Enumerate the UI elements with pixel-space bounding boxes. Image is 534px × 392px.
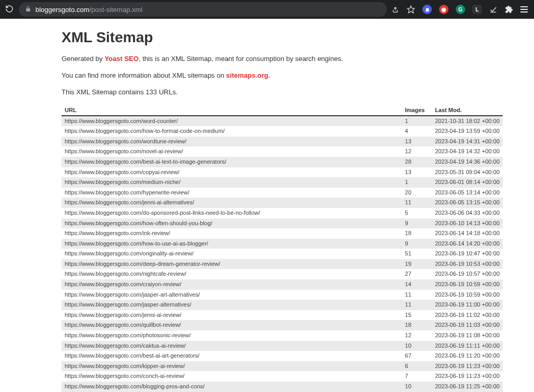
- sitemap-url-link[interactable]: https://www.bloggersgoto.com/jenni-ai-al…: [65, 199, 194, 205]
- sitemap-url-link[interactable]: https://www.bloggersgoto.com/caktus-ai-r…: [65, 342, 186, 349]
- sitemap-url-link[interactable]: https://www.bloggersgoto.com/copyai-revi…: [65, 169, 179, 175]
- sitemap-url-link[interactable]: https://www.bloggersgoto.com/how-often-s…: [65, 220, 212, 226]
- extension-bell-icon[interactable]: [422, 5, 432, 14]
- sitemap-url-link[interactable]: https://www.bloggersgoto.com/hyperwrite-…: [65, 189, 189, 195]
- cell-url: https://www.bloggersgoto.com/conch-ai-re…: [62, 371, 402, 382]
- cell-lastmod: 2023-06-19 11:08 +00:00: [432, 330, 503, 341]
- url-path: /post-sitemap.xml: [89, 6, 142, 14]
- sitemap-url-link[interactable]: https://www.bloggersgoto.com/do-sponsore…: [65, 210, 260, 216]
- cell-images: 51: [402, 249, 432, 259]
- sitemap-url-link[interactable]: https://www.bloggersgoto.com/nightcafe-r…: [65, 271, 186, 277]
- sitemap-url-link[interactable]: https://www.bloggersgoto.com/jasper-alte…: [65, 301, 191, 308]
- cell-images: 18: [402, 320, 432, 330]
- star-icon[interactable]: [407, 5, 415, 14]
- cell-lastmod: 2023-06-05 13:15 +00:00: [432, 198, 503, 208]
- sitemap-url-link[interactable]: https://www.bloggersgoto.com/jasper-art-…: [65, 291, 200, 298]
- table-row: https://www.bloggersgoto.com/kipper-ai-r…: [62, 361, 503, 372]
- cell-images: 1: [402, 116, 432, 127]
- sitemap-url-link[interactable]: https://www.bloggersgoto.com/photosonic-…: [65, 332, 191, 338]
- table-row: https://www.bloggersgoto.com/ink-review/…: [62, 228, 503, 239]
- sitemap-url-link[interactable]: https://www.bloggersgoto.com/conch-ai-re…: [65, 373, 185, 379]
- col-lastmod: Last Mod.: [432, 105, 503, 116]
- cell-url: https://www.bloggersgoto.com/word-counte…: [62, 116, 402, 127]
- cell-url: https://www.bloggersgoto.com/ink-review/: [62, 228, 402, 239]
- cell-url: https://www.bloggersgoto.com/medium-nich…: [62, 177, 402, 188]
- table-row: https://www.bloggersgoto.com/medium-nich…: [62, 177, 503, 188]
- menu-icon[interactable]: [520, 6, 528, 13]
- cell-url: https://www.bloggersgoto.com/kipper-ai-r…: [62, 361, 402, 372]
- cell-url: https://www.bloggersgoto.com/blogging-pr…: [62, 382, 402, 392]
- cell-url: https://www.bloggersgoto.com/jasper-alte…: [62, 300, 402, 310]
- sitemap-url-link[interactable]: https://www.bloggersgoto.com/blogging-pr…: [65, 383, 204, 389]
- cell-images: 5: [402, 208, 432, 218]
- cell-lastmod: 2023-06-14 14:20 +00:00: [432, 239, 503, 249]
- extensions-puzzle-icon[interactable]: [505, 5, 513, 14]
- cell-images: 9: [402, 218, 432, 229]
- cell-lastmod: 2023-06-19 10:57 +00:00: [432, 269, 503, 279]
- cell-images: 14: [402, 279, 432, 290]
- cell-images: 1: [402, 177, 432, 188]
- sitemap-url-link[interactable]: https://www.bloggersgoto.com/quillbot-re…: [65, 322, 181, 328]
- sitemap-url-link[interactable]: https://www.bloggersgoto.com/deep-dream-…: [65, 261, 220, 267]
- sitemaps-link[interactable]: sitemaps.org: [226, 71, 269, 79]
- cell-lastmod: 2023-04-19 14:36 +00:00: [432, 157, 503, 167]
- sitemap-url-link[interactable]: https://www.bloggersgoto.com/best-ai-tex…: [65, 158, 226, 165]
- sitemap-url-link[interactable]: https://www.bloggersgoto.com/medium-nich…: [65, 179, 180, 185]
- sitemap-url-link[interactable]: https://www.bloggersgoto.com/jenni-ai-re…: [65, 312, 181, 318]
- sitemap-url-link[interactable]: https://www.bloggersgoto.com/how-to-use-…: [65, 240, 208, 247]
- cell-url: https://www.bloggersgoto.com/jasper-art-…: [62, 290, 402, 300]
- info-prefix: You can find more information about XML …: [62, 71, 226, 79]
- intro-line-1: Generated by Yoast SEO, this is an XML S…: [62, 54, 503, 64]
- yoast-link[interactable]: Yoast SEO: [104, 55, 139, 63]
- table-row: https://www.bloggersgoto.com/quillbot-re…: [62, 320, 503, 330]
- cell-url: https://www.bloggersgoto.com/how-often-s…: [62, 218, 402, 229]
- extension-grammarly-icon[interactable]: G: [456, 5, 465, 14]
- sitemap-url-link[interactable]: https://www.bloggersgoto.com/originality…: [65, 250, 193, 256]
- cell-images: 10: [402, 341, 432, 351]
- cell-url: https://www.bloggersgoto.com/do-sponsore…: [62, 208, 402, 218]
- url-text: bloggersgoto.com/post-sitemap.xml: [35, 6, 142, 14]
- cell-lastmod: 2023-06-01 08:14 +00:00: [432, 177, 503, 188]
- table-row: https://www.bloggersgoto.com/jenni-ai-re…: [62, 310, 503, 321]
- cell-lastmod: 2023-06-19 11:20 +00:00: [432, 351, 503, 361]
- cell-url: https://www.bloggersgoto.com/nightcafe-r…: [62, 269, 402, 279]
- cell-url: https://www.bloggersgoto.com/craiyon-rev…: [62, 279, 402, 290]
- table-row: https://www.bloggersgoto.com/do-sponsore…: [62, 208, 503, 218]
- sitemap-url-link[interactable]: https://www.bloggersgoto.com/how-to-form…: [65, 128, 225, 134]
- sitemap-url-link[interactable]: https://www.bloggersgoto.com/best-ai-art…: [65, 352, 200, 359]
- lock-icon: [25, 6, 31, 14]
- table-row: https://www.bloggersgoto.com/caktus-ai-r…: [62, 341, 503, 351]
- sitemap-url-link[interactable]: https://www.bloggersgoto.com/novel-ai-re…: [65, 148, 183, 154]
- page-content: XML Sitemap Generated by Yoast SEO, this…: [0, 19, 534, 392]
- table-row: https://www.bloggersgoto.com/conch-ai-re…: [62, 371, 503, 382]
- url-count-text: This XML Sitemap contains 133 URLs.: [62, 88, 503, 97]
- table-row: https://www.bloggersgoto.com/jasper-art-…: [62, 290, 503, 300]
- cell-url: https://www.bloggersgoto.com/how-to-form…: [62, 126, 402, 137]
- sitemap-url-link[interactable]: https://www.bloggersgoto.com/wordtune-re…: [65, 138, 187, 144]
- sitemap-url-link[interactable]: https://www.bloggersgoto.com/kipper-ai-r…: [65, 363, 185, 369]
- table-row: https://www.bloggersgoto.com/novel-ai-re…: [62, 146, 503, 157]
- cell-lastmod: 2023-06-19 10:59 +00:00: [432, 279, 503, 290]
- cell-images: 15: [402, 310, 432, 321]
- cell-images: 11: [402, 198, 432, 208]
- cell-url: https://www.bloggersgoto.com/hyperwrite-…: [62, 188, 402, 198]
- sitemap-url-link[interactable]: https://www.bloggersgoto.com/word-counte…: [65, 118, 178, 124]
- table-row: https://www.bloggersgoto.com/copyai-revi…: [62, 167, 503, 178]
- cell-images: 12: [402, 330, 432, 341]
- cell-url: https://www.bloggersgoto.com/caktus-ai-r…: [62, 341, 402, 351]
- share-icon[interactable]: [391, 5, 399, 14]
- cell-images: 7: [402, 371, 432, 382]
- extension-l-icon[interactable]: L: [472, 5, 482, 14]
- extension-ublock-icon[interactable]: ◉: [439, 5, 448, 14]
- table-row: https://www.bloggersgoto.com/word-counte…: [62, 116, 503, 127]
- reload-icon[interactable]: [4, 5, 15, 15]
- table-row: https://www.bloggersgoto.com/how-often-s…: [62, 218, 503, 229]
- sitemap-url-link[interactable]: https://www.bloggersgoto.com/craiyon-rev…: [65, 281, 181, 287]
- sitemap-url-link[interactable]: https://www.bloggersgoto.com/ink-review/: [65, 230, 170, 236]
- cell-images: 67: [402, 351, 432, 361]
- extension-check-icon[interactable]: [489, 5, 497, 14]
- cell-images: 19: [402, 259, 432, 270]
- table-header-row: URL Images Last Mod.: [62, 105, 503, 116]
- address-bar[interactable]: bloggersgoto.com/post-sitemap.xml: [19, 2, 387, 17]
- table-row: https://www.bloggersgoto.com/how-to-use-…: [62, 239, 503, 249]
